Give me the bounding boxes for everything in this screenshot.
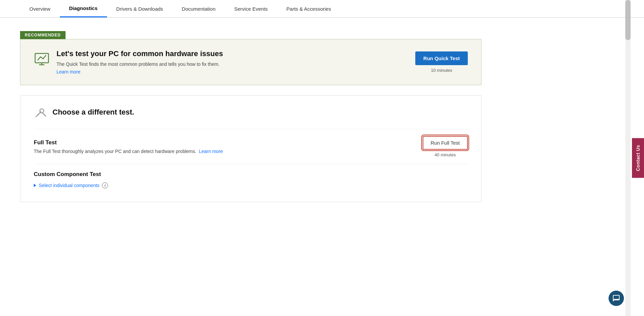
card-text: Let's test your PC for common hardware i… — [57, 49, 223, 75]
card-left: Let's test your PC for common hardware i… — [34, 49, 223, 75]
select-components-label[interactable]: Select individual components — [39, 183, 99, 188]
tab-drivers-downloads[interactable]: Drivers & Downloads — [107, 1, 173, 17]
recommended-card: Let's test your PC for common hardware i… — [20, 39, 481, 85]
custom-test-section: Custom Component Test Select individual … — [34, 164, 468, 192]
full-test-info: Full Test The Full Test thoroughly analy… — [34, 139, 223, 154]
full-test-heading: Full Test — [34, 139, 223, 146]
chevron-right-icon — [34, 184, 36, 187]
select-components-row[interactable]: Select individual components i — [34, 182, 468, 188]
full-test-description: The Full Test thoroughly analyzes your P… — [34, 149, 223, 154]
recommended-description: The Quick Test finds the most common pro… — [57, 61, 223, 67]
chat-icon — [612, 294, 620, 302]
recommended-section: RECOMMENDED Let's test your PC for commo… — [20, 31, 481, 85]
run-full-test-button[interactable]: Run Full Test — [423, 136, 468, 150]
tab-diagnostics[interactable]: Diagnostics — [60, 0, 107, 17]
svg-line-8 — [36, 114, 38, 117]
recommended-badge: RECOMMENDED — [20, 31, 66, 39]
custom-test-heading: Custom Component Test — [34, 171, 468, 178]
tab-parts-accessories[interactable]: Parts & Accessories — [277, 1, 340, 17]
tab-service-events[interactable]: Service Events — [225, 1, 277, 17]
different-test-title: Choose a different test. — [52, 108, 134, 117]
recommended-title: Let's test your PC for common hardware i… — [57, 49, 223, 58]
full-test-option: Full Test The Full Test thoroughly analy… — [34, 129, 468, 164]
info-circle-icon[interactable]: i — [102, 182, 108, 188]
recommended-card-right: Run Quick Test 10 minutes — [415, 51, 468, 73]
tab-overview[interactable]: Overview — [20, 1, 60, 17]
quick-test-time: 10 minutes — [431, 68, 452, 73]
pc-test-icon — [34, 51, 50, 67]
scrollbar-thumb[interactable] — [625, 0, 631, 40]
tab-documentation[interactable]: Documentation — [173, 1, 225, 17]
recommended-label-row: RECOMMENDED — [20, 31, 481, 39]
svg-point-4 — [40, 109, 44, 113]
recommended-learn-more-link[interactable]: Learn more — [57, 69, 81, 74]
different-test-header: Choose a different test. — [34, 106, 468, 119]
full-test-time: 40 minutes — [435, 152, 456, 157]
tools-icon — [34, 106, 47, 119]
main-content: RECOMMENDED Let's test your PC for commo… — [0, 18, 502, 215]
scrollbar-track[interactable] — [625, 0, 631, 316]
contact-us-button[interactable]: Contact Us — [632, 138, 644, 178]
chat-button[interactable] — [609, 291, 624, 306]
different-test-card: Choose a different test. Full Test The F… — [20, 95, 481, 202]
nav-tabs: Overview Diagnostics Drivers & Downloads… — [0, 0, 644, 18]
full-test-learn-more-link[interactable]: Learn more — [199, 149, 223, 154]
run-quick-test-button[interactable]: Run Quick Test — [415, 51, 468, 65]
svg-line-7 — [44, 114, 46, 116]
full-test-right: Run Full Test 40 minutes — [423, 136, 468, 157]
